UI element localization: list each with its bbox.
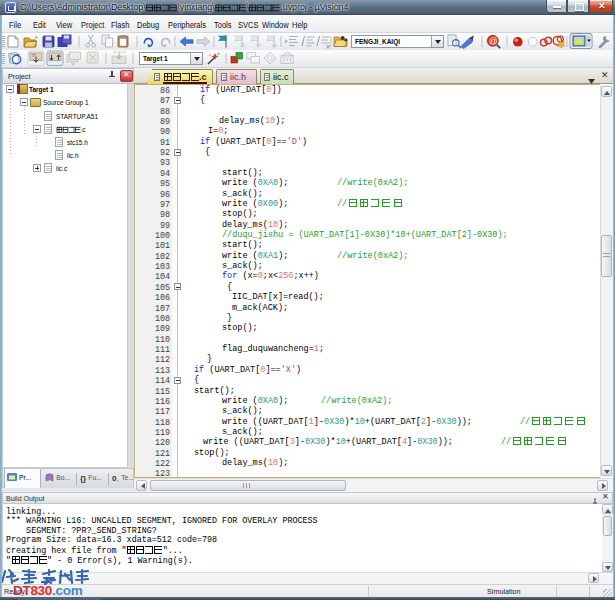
svg-text:@: @ [489,36,498,46]
